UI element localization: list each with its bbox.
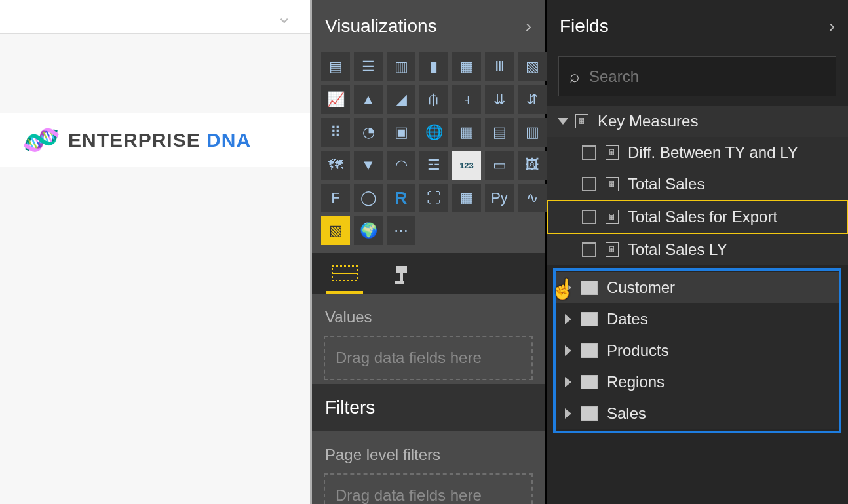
viz-pie-donut[interactable]: ◔: [354, 118, 383, 147]
viz-clustered-column[interactable]: ▮: [419, 52, 448, 81]
viz-tornado[interactable]: ⇵: [518, 85, 547, 114]
viz-line-bar[interactable]: ⫛: [419, 85, 448, 114]
viz-globe-map[interactable]: 🌐: [419, 118, 448, 147]
chevron-down-icon[interactable]: ⌄: [277, 6, 292, 28]
table-row[interactable]: Regions: [556, 366, 839, 398]
measures-group-label: Key Measures: [598, 112, 698, 130]
logo-secondary: DNA: [206, 129, 251, 151]
visualizations-header[interactable]: Visualizations ›: [312, 0, 545, 52]
viz-kpi-f[interactable]: F: [321, 184, 350, 212]
viz-table2[interactable]: ▦: [452, 184, 481, 212]
page-filters-dropzone[interactable]: Drag data fields here: [324, 473, 533, 504]
viz-gauge[interactable]: ◠: [387, 151, 415, 180]
measure-label: Total Sales for Export: [628, 208, 777, 226]
viz-stacked-area[interactable]: ◢: [387, 85, 415, 114]
tab-format[interactable]: [381, 260, 418, 294]
viz-scatter[interactable]: ⠿: [321, 118, 350, 147]
visualizations-panel: Visualizations › ▤☰▥▮▦Ⅲ▧📈▲◢⫛⫞⇊⇵⠿◔▣🌐▦▤▥🗺▼…: [312, 0, 547, 504]
viz-py-visual[interactable]: Py: [485, 184, 514, 212]
viz-filled-map[interactable]: 🗺: [321, 151, 350, 180]
table-icon: [581, 312, 598, 326]
values-dropzone[interactable]: Drag data fields here: [324, 336, 533, 380]
measure-icon: 🖩: [606, 145, 619, 160]
viz-arcgis[interactable]: ⛶: [419, 184, 448, 212]
table-label: Dates: [607, 310, 648, 328]
viz-waterfall[interactable]: ⇊: [485, 85, 514, 114]
canvas-topbar: ⌄: [0, 0, 310, 34]
viz-x[interactable]: ▧: [321, 216, 350, 245]
table-row[interactable]: Sales: [556, 398, 839, 429]
viz-table[interactable]: ▦: [452, 118, 481, 147]
fields-title: Fields: [560, 16, 609, 37]
fields-panel: Fields › ⌕ 🖩 Key Measures 🖩Diff. Between…: [547, 0, 848, 504]
filters-header[interactable]: Filters: [312, 384, 545, 431]
measure-row[interactable]: 🖩Total Sales for Export: [547, 200, 848, 234]
search-input[interactable]: [589, 68, 825, 86]
viz-clustered-bar[interactable]: ☰: [354, 52, 383, 81]
expand-icon: [565, 377, 571, 387]
table-label: Products: [607, 341, 669, 360]
measure-icon: 🖩: [606, 177, 619, 191]
viz-matrix[interactable]: ▤: [485, 118, 514, 147]
measure-group-icon: 🖩: [575, 114, 588, 128]
table-icon: [581, 406, 598, 421]
svg-rect-4: [395, 281, 404, 284]
checkbox-icon[interactable]: [582, 210, 596, 224]
table-label: Sales: [607, 404, 646, 423]
fields-header[interactable]: Fields ›: [547, 0, 848, 52]
viz-image[interactable]: 🖼: [518, 151, 547, 180]
logo-primary: ENTERPRISE: [68, 129, 206, 151]
viz-100-bar[interactable]: ▦: [452, 52, 481, 81]
measure-icon: 🖩: [606, 210, 619, 224]
viz-funnel[interactable]: ▼: [354, 151, 383, 180]
viz-more[interactable]: ⋯: [387, 216, 415, 245]
table-icon: [581, 281, 598, 295]
measure-row[interactable]: 🖩Diff. Between TY and LY: [547, 137, 848, 168]
viz-100-column[interactable]: Ⅲ: [485, 52, 514, 81]
measures-group[interactable]: 🖩 Key Measures: [547, 106, 848, 137]
viz-ribbon[interactable]: ▧: [518, 52, 547, 81]
table-icon: [581, 343, 598, 358]
tables-block: ☝CustomerDatesProductsRegionsSales: [553, 268, 841, 433]
viz-stacked-column[interactable]: ▥: [387, 52, 415, 81]
chevron-right-icon[interactable]: ›: [526, 16, 531, 37]
viz-treemap[interactable]: ▣: [387, 118, 415, 147]
chevron-right-icon[interactable]: ›: [829, 16, 835, 37]
svg-rect-2: [396, 266, 407, 273]
viz-card[interactable]: ▭: [485, 151, 514, 180]
viz-line-col[interactable]: ⫞: [452, 85, 481, 114]
viz-line[interactable]: 📈: [321, 85, 350, 114]
measure-row[interactable]: 🖩Total Sales: [547, 168, 848, 200]
table-row[interactable]: Dates: [556, 303, 839, 335]
measure-row[interactable]: 🖩Total Sales LY: [547, 234, 848, 265]
viz-kpi-123[interactable]: 123: [452, 151, 481, 180]
table-icon: [581, 375, 598, 389]
expand-icon: [565, 282, 571, 293]
table-row[interactable]: Products: [556, 335, 839, 366]
measure-label: Total Sales LY: [628, 241, 727, 259]
fields-search[interactable]: ⌕: [558, 56, 836, 96]
values-label: Values: [312, 294, 545, 332]
viz-multi-row[interactable]: ☲: [419, 151, 448, 180]
viz-donut[interactable]: ◯: [354, 184, 383, 212]
viz-stacked-bar[interactable]: ▤: [321, 52, 350, 81]
viz-globe[interactable]: 🌍: [354, 216, 383, 245]
checkbox-icon[interactable]: [582, 242, 596, 257]
checkbox-icon[interactable]: [582, 145, 596, 160]
table-label: Regions: [607, 373, 665, 391]
page-filters-label: Page level filters: [312, 431, 545, 469]
viz-slicer[interactable]: ▥: [518, 118, 547, 147]
table-row[interactable]: ☝Customer: [556, 272, 839, 303]
checkbox-icon[interactable]: [582, 177, 596, 191]
visualizations-title: Visualizations: [325, 16, 437, 37]
format-tabs: [312, 253, 545, 294]
viz-sparkline[interactable]: ∿: [518, 184, 547, 212]
report-canvas[interactable]: ⌄ 🧬 ENTERPRISE DNA: [0, 0, 312, 504]
expand-icon: [565, 345, 571, 356]
viz-r-visual[interactable]: R: [387, 184, 415, 212]
logo-text: ENTERPRISE DNA: [68, 129, 251, 151]
visualizations-gallery: ▤☰▥▮▦Ⅲ▧📈▲◢⫛⫞⇊⇵⠿◔▣🌐▦▤▥🗺▼◠☲123▭🖼F◯R⛶▦Py∿▧🌍…: [312, 52, 545, 253]
search-icon: ⌕: [569, 66, 580, 87]
viz-area[interactable]: ▲: [354, 85, 383, 114]
tab-fields[interactable]: [326, 260, 363, 294]
